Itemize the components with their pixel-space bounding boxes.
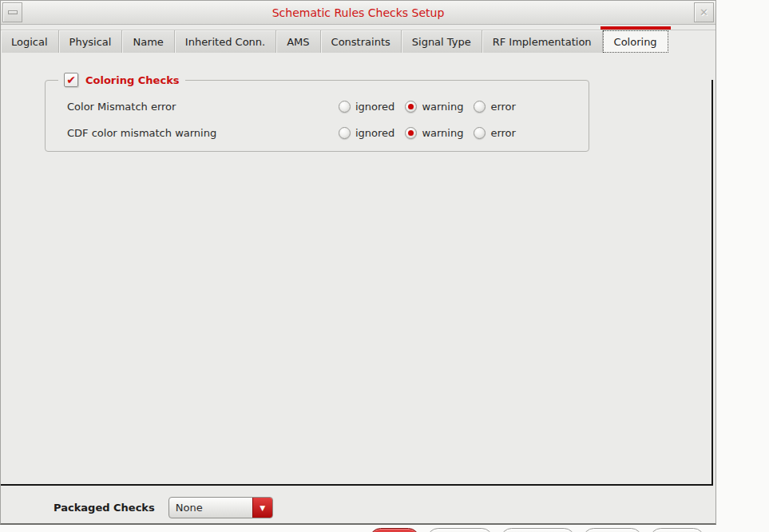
dialog-button-row: OK Cancel Defaults Apply Help [1, 528, 704, 532]
minimize-icon [8, 10, 18, 14]
color-mismatch-error-radio-group: ignored warning error [339, 101, 526, 113]
ok-button[interactable]: OK [370, 528, 419, 532]
radio-option-warning[interactable]: warning [405, 101, 463, 113]
title-bar: Schematic Rules Checks Setup ✕ [1, 1, 715, 25]
coloring-checks-title: Coloring Checks [85, 74, 180, 86]
radio-icon [339, 101, 351, 113]
radio-selected-icon [405, 127, 417, 139]
color-mismatch-error-row: Color Mismatch error ignored warning err… [46, 100, 589, 113]
radio-label: ignored [355, 101, 394, 113]
check-row-label: Color Mismatch error [67, 101, 339, 113]
tab-bar: Logical Physical Name Inherited Conn. AM… [1, 30, 715, 53]
radio-selected-icon [405, 101, 417, 113]
tab-name[interactable]: Name [122, 30, 174, 53]
apply-button[interactable]: Apply [583, 528, 643, 532]
check-row-label: CDF color mismatch warning [67, 127, 339, 139]
check-icon: ✔ [66, 73, 76, 86]
radio-icon [339, 127, 351, 139]
help-button[interactable]: Help [650, 528, 704, 532]
radio-label: warning [422, 101, 463, 113]
packaged-checks-row: Packaged Checks None ▼ [54, 497, 715, 518]
tab-signal-type[interactable]: Signal Type [402, 30, 482, 53]
tab-physical[interactable]: Physical [59, 30, 123, 53]
tab-logical[interactable]: Logical [1, 30, 59, 53]
radio-option-ignored[interactable]: ignored [339, 101, 394, 113]
coloring-checks-legend: ✔ Coloring Checks [58, 73, 185, 87]
close-icon: ✕ [700, 6, 708, 18]
tab-inherited-conn[interactable]: Inherited Conn. [175, 30, 276, 53]
radio-label: warning [422, 127, 463, 139]
window-menu-button[interactable] [2, 2, 22, 22]
radio-option-warning[interactable]: warning [405, 127, 463, 139]
radio-option-error[interactable]: error [474, 101, 515, 113]
cancel-button[interactable]: Cancel [427, 528, 493, 532]
radio-label: error [490, 127, 515, 139]
dialog-window: Schematic Rules Checks Setup ✕ Logical P… [0, 0, 716, 525]
dropdown-selected-value: None [169, 498, 252, 518]
tab-rf-implementation[interactable]: RF Implementation [482, 30, 603, 53]
chevron-down-icon: ▼ [260, 504, 265, 512]
defaults-button[interactable]: Defaults [501, 528, 574, 532]
cdf-color-mismatch-radio-group: ignored warning error [339, 127, 526, 139]
radio-icon [474, 101, 486, 113]
coloring-tab-panel: ✔ Coloring Checks Color Mismatch error i… [1, 80, 713, 486]
close-button[interactable]: ✕ [694, 2, 714, 22]
coloring-checks-group: ✔ Coloring Checks Color Mismatch error i… [45, 80, 589, 152]
radio-label: error [490, 101, 515, 113]
packaged-checks-dropdown[interactable]: None ▼ [168, 497, 273, 518]
coloring-checks-checkbox[interactable]: ✔ [64, 73, 78, 87]
radio-option-error[interactable]: error [474, 127, 515, 139]
tab-ams[interactable]: AMS [276, 30, 320, 53]
window-title: Schematic Rules Checks Setup [25, 2, 692, 22]
radio-option-ignored[interactable]: ignored [339, 127, 394, 139]
packaged-checks-label: Packaged Checks [54, 502, 155, 514]
tab-coloring[interactable]: Coloring [603, 30, 668, 53]
dropdown-button[interactable]: ▼ [252, 498, 272, 518]
tab-constraints[interactable]: Constraints [321, 30, 402, 53]
cdf-color-mismatch-warning-row: CDF color mismatch warning ignored warni… [46, 126, 589, 140]
radio-icon [474, 127, 486, 139]
radio-label: ignored [355, 127, 394, 139]
